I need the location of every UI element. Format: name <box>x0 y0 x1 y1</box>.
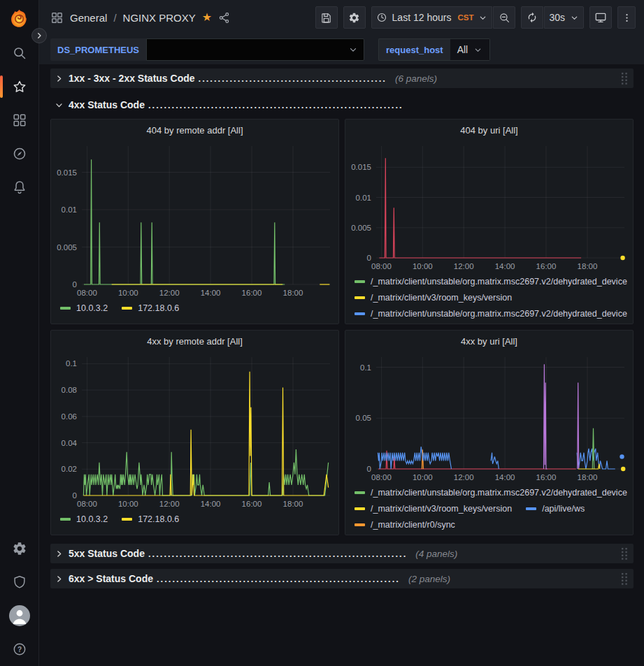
svg-text:0: 0 <box>367 254 371 262</box>
panel-title[interactable]: 4xx by uri [All] <box>345 332 633 350</box>
legend-swatch <box>122 307 132 310</box>
svg-text:0.015: 0.015 <box>351 163 371 171</box>
cycle-view-mode-button[interactable] <box>589 6 612 29</box>
refresh-button[interactable] <box>521 6 543 29</box>
svg-text:16:00: 16:00 <box>242 500 262 508</box>
zoom-out-icon <box>499 12 510 24</box>
refresh-interval-dropdown[interactable]: 30s <box>544 6 584 29</box>
monitor-icon <box>594 11 607 24</box>
sidebar-item-explore[interactable] <box>0 137 39 171</box>
zoom-out-time-button[interactable] <box>493 6 515 29</box>
share-icon[interactable] <box>218 12 230 24</box>
variable-select-ds-prometheus[interactable] <box>146 38 364 61</box>
chevron-right-icon <box>55 549 64 558</box>
legend-item[interactable]: /_matrix/client/unstable/org.matrix.msc2… <box>355 307 627 321</box>
legend-label: /_matrix/client/unstable/org.matrix.msc2… <box>371 486 627 500</box>
breadcrumb-section[interactable]: General <box>70 12 107 24</box>
svg-text:0.01: 0.01 <box>356 194 371 202</box>
legend-swatch <box>60 307 71 310</box>
row-header-1xx-3xx-2xx[interactable]: 1xx - 3xx - 2xx Status Code ............… <box>50 68 634 88</box>
sidebar-item-server-admin[interactable] <box>0 565 39 599</box>
legend-item[interactable]: /sw.js <box>526 323 564 324</box>
breadcrumb: General / NGINX PROXY ★ <box>50 11 230 24</box>
legend-item[interactable]: 10.0.3.2 <box>60 301 108 315</box>
legend-item[interactable]: /_matrix/client/unstable/org.matrix.msc2… <box>355 486 627 500</box>
refresh-group: 30s <box>521 6 584 29</box>
timeseries-chart[interactable]: 00.0050.010.01508:0010:0012:0014:0016:00… <box>345 139 633 272</box>
svg-text:0: 0 <box>73 491 77 500</box>
dashboard-settings-button[interactable] <box>343 6 366 29</box>
sidebar-item-dashboards[interactable] <box>0 103 39 137</box>
svg-text:16:00: 16:00 <box>536 262 557 270</box>
row-header-6xx[interactable]: 6xx > Status Code ......................… <box>50 569 634 588</box>
more-options-button[interactable] <box>617 6 636 29</box>
row-drag-handle[interactable] <box>621 547 628 560</box>
chart-canvas: 00.0050.010.01508:0010:0012:0014:0016:00… <box>51 139 338 298</box>
svg-text:08:00: 08:00 <box>371 473 392 482</box>
legend-label: /_matrix/client/unstable/org.matrix.msc2… <box>371 275 627 289</box>
legend-label: /_matrix/client/v3/room_keys/version <box>371 323 512 324</box>
sidebar-expand-button[interactable] <box>31 28 47 43</box>
sidebar-item-search[interactable] <box>0 36 39 70</box>
favorite-star-icon[interactable]: ★ <box>202 12 212 23</box>
legend-item[interactable]: 172.18.0.6 <box>122 301 179 315</box>
svg-text:16:00: 16:00 <box>536 473 557 482</box>
time-picker-button[interactable]: Last 12 hours CST <box>371 6 493 29</box>
sidebar-item-configuration[interactable] <box>0 532 39 565</box>
chevron-down-icon <box>55 101 64 110</box>
chevron-right-icon <box>55 74 64 83</box>
time-range-group: Last 12 hours CST <box>371 6 516 29</box>
svg-text:0.005: 0.005 <box>351 224 371 232</box>
row-drag-handle[interactable] <box>621 572 628 585</box>
legend-label: /_matrix/client/unstable/org.matrix.msc2… <box>371 307 627 321</box>
timeseries-chart[interactable]: 00.050.108:0010:0012:0014:0016:0018:00 <box>345 350 633 483</box>
row-leader-dots: ........................................… <box>157 574 400 584</box>
chart-canvas: 00.020.040.060.080.108:0010:0012:0014:00… <box>51 350 338 509</box>
svg-text:10:00: 10:00 <box>413 262 433 270</box>
sidebar-item-help[interactable]: ? <box>0 632 39 666</box>
svg-text:0.005: 0.005 <box>57 243 77 252</box>
person-icon <box>9 605 30 626</box>
legend-item[interactable]: 10.0.3.2 <box>60 512 108 526</box>
save-dashboard-button[interactable] <box>315 6 338 29</box>
panel-title[interactable]: 404 by uri [All] <box>345 121 633 139</box>
panel-title[interactable]: 4xx by remote addr [All] <box>51 332 338 350</box>
legend-item[interactable]: /_matrix/client/unstable/org.matrix.msc2… <box>355 534 627 535</box>
row-title: 4xx Status Code <box>69 99 145 110</box>
legend-item[interactable]: /api/live/ws <box>526 502 585 516</box>
variable-select-request-host[interactable]: All <box>450 38 491 61</box>
legend-item[interactable]: 172.18.0.6 <box>122 512 179 526</box>
legend-item[interactable]: /_matrix/client/r0/sync <box>355 518 455 532</box>
sidebar-item-alerting[interactable] <box>0 171 39 204</box>
sidebar-item-starred[interactable] <box>0 70 39 103</box>
row-panel-count: (2 panels) <box>408 574 450 584</box>
svg-text:12:00: 12:00 <box>159 289 180 297</box>
svg-text:18:00: 18:00 <box>578 473 598 482</box>
chevron-right-icon <box>55 574 64 584</box>
row-drag-handle[interactable] <box>621 72 628 85</box>
chevron-down-icon <box>473 45 482 55</box>
row-panel-count: (4 panels) <box>415 549 457 559</box>
legend-item[interactable]: /_matrix/client/v3/room_keys/version <box>355 291 512 305</box>
legend-label: 10.0.3.2 <box>76 301 108 315</box>
legend-label: 172.18.0.6 <box>138 512 179 526</box>
panel-title[interactable]: 404 by remote addr [All] <box>51 121 338 139</box>
sidebar-item-profile[interactable] <box>0 599 39 632</box>
legend-item[interactable]: /_matrix/client/v3/room_keys/version <box>355 502 512 516</box>
timeseries-chart[interactable]: 00.0050.010.01508:0010:0012:0014:0016:00… <box>51 139 338 298</box>
svg-text:0: 0 <box>73 280 77 289</box>
breadcrumb-dashboard-title[interactable]: NGINX PROXY <box>123 12 196 24</box>
panel-legend: /_matrix/client/unstable/org.matrix.msc2… <box>345 272 633 324</box>
svg-text:12:00: 12:00 <box>454 473 474 482</box>
legend-item[interactable]: /_matrix/client/v3/room_keys/version <box>355 323 512 324</box>
legend-swatch <box>60 518 71 521</box>
timeseries-chart[interactable]: 00.020.040.060.080.108:0010:0012:0014:00… <box>51 350 338 509</box>
row-header-5xx[interactable]: 5xx Status Code ........................… <box>50 544 634 563</box>
top-nav: General / NGINX PROXY ★ Last 12 hours CS… <box>39 0 644 35</box>
svg-text:12:00: 12:00 <box>159 500 180 508</box>
row-header-4xx[interactable]: 4xx Status Code ........................… <box>50 95 634 115</box>
svg-text:14:00: 14:00 <box>201 289 221 297</box>
legend-item[interactable]: /_matrix/client/unstable/org.matrix.msc2… <box>355 275 627 289</box>
bell-icon <box>12 180 27 195</box>
svg-text:18:00: 18:00 <box>283 500 303 508</box>
